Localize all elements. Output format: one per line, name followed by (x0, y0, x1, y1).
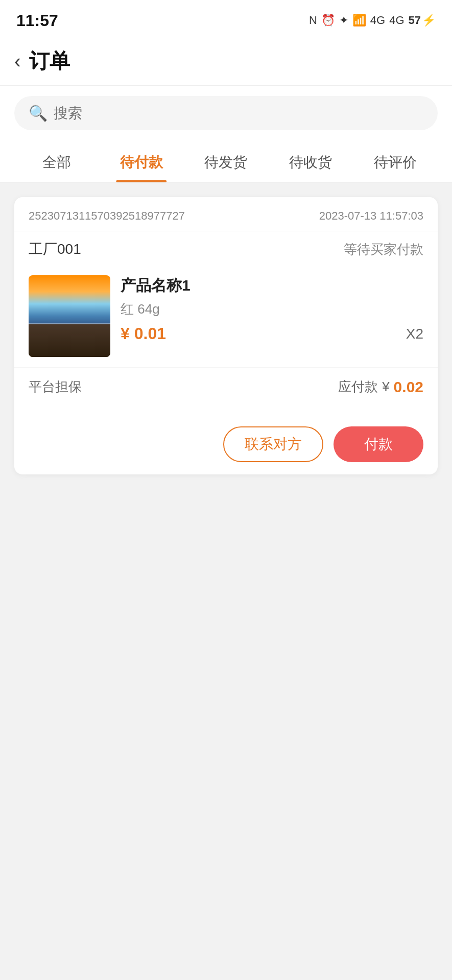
product-image (29, 275, 110, 357)
order-footer: 平台担保 应付款 ¥ 0.02 (14, 367, 438, 416)
product-row: 产品名称1 红 64g ¥ 0.01 X2 (14, 267, 438, 367)
total-currency: ¥ (382, 379, 389, 395)
nfc-icon: N (309, 14, 317, 27)
tab-bar: 全部 待付款 待发货 待收货 待评价 (0, 140, 452, 183)
status-time: 11:57 (16, 11, 58, 30)
search-bar[interactable]: 🔍 (14, 96, 438, 130)
search-input[interactable] (54, 105, 423, 122)
battery-level: 57 (409, 14, 421, 27)
header: ‹ 订单 (0, 37, 452, 86)
signal2-icon: 4G (389, 14, 404, 27)
page-title: 订单 (29, 47, 70, 75)
battery-indicator: 57 ⚡ (409, 14, 436, 27)
action-row: 联系对方 付款 (14, 416, 438, 474)
order-date: 2023-07-13 11:57:03 (319, 209, 423, 223)
wifi-icon: 📶 (352, 14, 366, 27)
status-bar: 11:57 N ⏰ ✦ 📶 4G 4G 57 ⚡ (0, 0, 452, 37)
order-card: 2523071311570392518977727 2023-07-13 11:… (14, 197, 438, 474)
order-list: 2523071311570392518977727 2023-07-13 11:… (0, 183, 452, 501)
product-info: 产品名称1 红 64g ¥ 0.01 X2 (121, 275, 423, 343)
bluetooth-icon: ✦ (339, 14, 348, 27)
shop-name: 工厂001 (29, 240, 81, 259)
contact-button[interactable]: 联系对方 (223, 426, 323, 462)
tab-pending-receive[interactable]: 待收货 (268, 140, 353, 182)
order-shop-row: 工厂001 等待买家付款 (14, 231, 438, 267)
order-status: 等待买家付款 (344, 241, 423, 258)
battery-icon: ⚡ (422, 14, 436, 27)
order-id: 2523071311570392518977727 (29, 209, 185, 223)
signal-icon: 4G (370, 14, 385, 27)
status-icons: N ⏰ ✦ 📶 4G 4G 57 ⚡ (309, 14, 436, 27)
tab-all[interactable]: 全部 (14, 140, 99, 182)
total-amount: 0.02 (394, 378, 423, 396)
product-spec: 红 64g (121, 300, 423, 318)
tab-pending-ship[interactable]: 待发货 (184, 140, 269, 182)
product-price: ¥ 0.01 (121, 324, 166, 343)
total-row: 应付款 ¥ 0.02 (338, 378, 423, 396)
tab-pending-review[interactable]: 待评价 (353, 140, 438, 182)
product-quantity: X2 (406, 326, 423, 342)
guarantee-row: 平台担保 应付款 ¥ 0.02 (29, 378, 423, 396)
total-label: 应付款 (338, 378, 378, 396)
pay-button[interactable]: 付款 (334, 426, 423, 462)
product-name: 产品名称1 (121, 275, 423, 296)
guarantee-text: 平台担保 (29, 378, 82, 396)
back-button[interactable]: ‹ (14, 52, 21, 71)
product-price-row: ¥ 0.01 X2 (121, 324, 423, 343)
search-section: 🔍 (0, 86, 452, 140)
search-icon: 🔍 (29, 104, 47, 122)
alarm-icon: ⏰ (321, 14, 335, 27)
tab-pending-payment[interactable]: 待付款 (99, 140, 184, 182)
order-header: 2523071311570392518977727 2023-07-13 11:… (14, 197, 438, 231)
